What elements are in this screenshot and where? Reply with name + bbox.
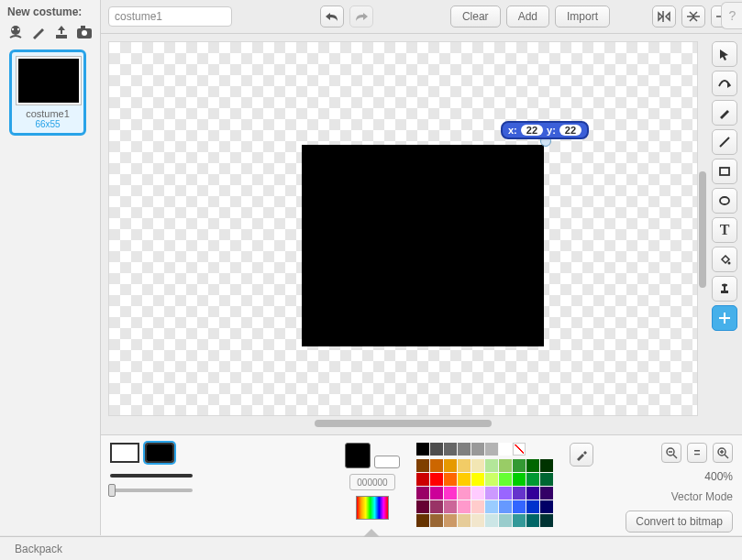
palette-swatch[interactable]	[458, 487, 471, 500]
camera-icon[interactable]	[75, 22, 94, 42]
palette-swatch[interactable]	[526, 487, 539, 500]
palette-swatch[interactable]	[416, 487, 429, 500]
palette-swatch[interactable]	[526, 514, 539, 527]
line-tool-icon[interactable]	[712, 129, 737, 155]
fill-tool-icon[interactable]	[712, 247, 737, 272]
eyedropper-icon[interactable]	[570, 443, 593, 467]
palette-swatch[interactable]	[430, 459, 443, 472]
palette-swatch[interactable]	[499, 500, 512, 513]
palette-swatch[interactable]	[430, 500, 443, 513]
palette-swatch[interactable]	[471, 487, 484, 500]
reshape-tool-icon[interactable]	[712, 71, 737, 96]
palette-swatch[interactable]	[444, 487, 457, 500]
palette-swatch[interactable]	[485, 487, 498, 500]
palette-swatch[interactable]	[430, 514, 443, 527]
palette-swatch[interactable]	[471, 443, 484, 456]
palette-swatch[interactable]	[513, 487, 526, 500]
palette-swatch[interactable]	[499, 443, 512, 456]
palette-swatch[interactable]	[485, 514, 498, 527]
costume-thumbnail[interactable]: costume1 66x55	[9, 49, 86, 136]
palette-swatch[interactable]	[471, 473, 484, 486]
palette-swatch[interactable]	[416, 514, 429, 527]
zoom-in-button[interactable]	[713, 443, 733, 463]
clear-button[interactable]: Clear	[450, 5, 501, 27]
palette-swatch[interactable]	[444, 459, 457, 472]
center-tool-icon[interactable]	[712, 305, 737, 331]
flip-vertical-icon[interactable]	[681, 5, 705, 27]
palette-swatch[interactable]	[430, 487, 443, 500]
palette-swatch[interactable]	[499, 459, 512, 472]
palette-swatch[interactable]	[430, 473, 443, 486]
palette-swatch[interactable]	[499, 514, 512, 527]
backpack-expand-icon[interactable]	[363, 529, 380, 537]
palette-swatch[interactable]	[485, 459, 498, 472]
line-width-slider-2[interactable]	[110, 489, 193, 492]
outline-mode-swatch[interactable]	[110, 443, 139, 463]
drawing-canvas[interactable]: x: 22 y: 22	[108, 41, 698, 416]
palette-swatch[interactable]	[416, 500, 429, 513]
duplicate-tool-icon[interactable]	[712, 276, 737, 302]
color-spectrum-picker[interactable]	[356, 496, 389, 520]
no-color-swatch[interactable]	[513, 443, 526, 456]
palette-swatch[interactable]	[458, 443, 471, 456]
palette-swatch[interactable]	[444, 500, 457, 513]
horizontal-scrollbar[interactable]	[108, 420, 698, 427]
ellipse-tool-icon[interactable]	[712, 188, 737, 214]
palette-swatch[interactable]	[513, 459, 526, 472]
palette-swatch[interactable]	[458, 500, 471, 513]
palette-swatch[interactable]	[430, 443, 443, 456]
zoom-out-button[interactable]	[661, 443, 681, 463]
rectangle-tool-icon[interactable]	[712, 159, 737, 184]
upload-icon[interactable]	[52, 22, 72, 42]
redo-button[interactable]	[349, 5, 373, 27]
flip-horizontal-icon[interactable]	[652, 5, 676, 27]
pencil-tool-icon[interactable]	[712, 100, 737, 126]
primary-color-swatch[interactable]	[345, 443, 371, 468]
palette-swatch[interactable]	[513, 514, 526, 527]
import-button[interactable]: Import	[555, 5, 610, 27]
palette-swatch[interactable]	[416, 443, 429, 456]
convert-to-bitmap-button[interactable]: Convert to bitmap	[626, 511, 733, 533]
palette-swatch[interactable]	[540, 514, 553, 527]
palette-swatch[interactable]	[526, 459, 539, 472]
vertical-scrollbar[interactable]	[699, 171, 706, 288]
palette-swatch[interactable]	[485, 443, 498, 456]
palette-swatch[interactable]	[471, 459, 484, 472]
palette-swatch[interactable]	[458, 514, 471, 527]
choose-from-library-icon[interactable]	[6, 22, 25, 42]
palette-swatch[interactable]	[416, 473, 429, 486]
zoom-reset-button[interactable]: =	[687, 443, 707, 463]
palette-swatch[interactable]	[540, 500, 553, 513]
palette-swatch[interactable]	[540, 473, 553, 486]
secondary-color-swatch[interactable]	[374, 456, 400, 468]
backpack-bar[interactable]: Backpack	[0, 536, 742, 560]
palette-swatch[interactable]	[471, 514, 484, 527]
add-button[interactable]: Add	[506, 5, 549, 27]
palette-swatch[interactable]	[513, 473, 526, 486]
palette-swatch[interactable]	[444, 473, 457, 486]
palette-swatch[interactable]	[513, 500, 526, 513]
palette-swatch[interactable]	[458, 459, 471, 472]
palette-swatch[interactable]	[471, 500, 484, 513]
palette-swatch[interactable]	[485, 500, 498, 513]
help-icon[interactable]: ?	[721, 2, 742, 29]
vector-rectangle-shape[interactable]	[302, 145, 544, 346]
costume-name-input[interactable]	[108, 6, 232, 27]
palette-swatch[interactable]	[540, 487, 553, 500]
text-tool-icon[interactable]: T	[712, 217, 737, 243]
undo-button[interactable]	[320, 5, 344, 27]
palette-swatch[interactable]	[485, 473, 498, 486]
palette-swatch[interactable]	[526, 473, 539, 486]
select-tool-icon[interactable]	[712, 41, 737, 67]
slider-knob[interactable]	[108, 484, 116, 497]
palette-swatch[interactable]	[526, 500, 539, 513]
paint-new-icon[interactable]	[28, 22, 48, 42]
palette-swatch[interactable]	[540, 459, 553, 472]
palette-swatch[interactable]	[499, 473, 512, 486]
line-width-slider-1[interactable]	[110, 474, 193, 478]
palette-swatch[interactable]	[444, 514, 457, 527]
palette-swatch[interactable]	[458, 473, 471, 486]
palette-swatch[interactable]	[416, 459, 429, 472]
filled-mode-swatch[interactable]	[145, 443, 174, 463]
palette-swatch[interactable]	[444, 443, 457, 456]
